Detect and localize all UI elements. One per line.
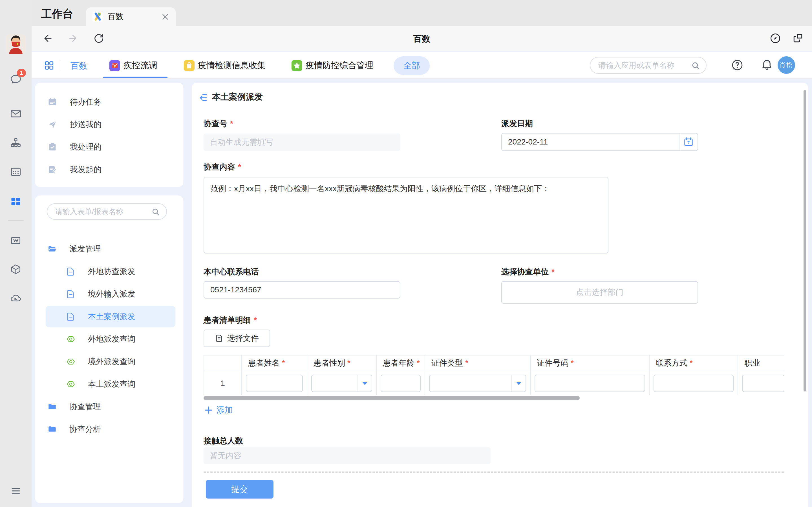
tree-item-local-case-dispatch[interactable]: 本土案例派发 bbox=[35, 305, 183, 328]
search-icon bbox=[691, 61, 700, 70]
cube-app-icon[interactable] bbox=[10, 263, 22, 276]
active-tab-underline bbox=[103, 76, 167, 78]
task-item-label: 抄送我的 bbox=[70, 119, 101, 130]
user-badge[interactable]: 肖松 bbox=[777, 56, 795, 74]
submit-button[interactable]: 提交 bbox=[206, 480, 273, 499]
notifications-bell-icon[interactable] bbox=[760, 58, 774, 71]
id-number-input[interactable] bbox=[535, 375, 645, 392]
task-item-processed[interactable]: 我处理的 bbox=[35, 136, 183, 158]
col-id-number: 证件号码 bbox=[537, 358, 574, 367]
browser-toolbar: 百数 bbox=[32, 26, 812, 51]
task-item-initiated[interactable]: 我发起的 bbox=[35, 158, 183, 181]
task-item-todo[interactable]: 待办任务 bbox=[35, 91, 183, 113]
patient-age-input[interactable] bbox=[380, 375, 421, 392]
patient-list-label: 患者清单明细 bbox=[204, 315, 257, 326]
form-content-panel: 本土案例派发 协查号 派发日期 7 协查内容 范例：x月xx日，我中心检测一名x… bbox=[192, 83, 808, 507]
tree-item-overseas-input-dispatch[interactable]: 境外输入派发 bbox=[35, 283, 183, 305]
app-search-box[interactable] bbox=[590, 57, 707, 74]
dispatch-date-label: 派发日期 bbox=[501, 118, 533, 129]
apps-grid-icon[interactable] bbox=[43, 60, 55, 71]
file-doc-icon bbox=[215, 334, 223, 342]
patient-table-header-row: 患者姓名 患者性别 患者年龄 证件类型 证件号码 联系方式 职业 bbox=[204, 355, 784, 371]
document-icon bbox=[66, 289, 75, 299]
org-chart-icon[interactable] bbox=[10, 137, 22, 149]
nav-app-label: 疫情检测信息收集 bbox=[198, 60, 266, 71]
dispatch-date-field[interactable]: 7 bbox=[501, 133, 698, 151]
scrollbar-thumb[interactable] bbox=[204, 396, 580, 400]
nav-app-yiqing-jiance[interactable]: 疫情检测信息收集 bbox=[184, 60, 266, 71]
user-avatar[interactable] bbox=[6, 34, 26, 54]
add-row-button[interactable]: 添加 bbox=[205, 404, 233, 416]
app-window: 1 工作台 bbox=[0, 0, 812, 507]
task-item-cc-me[interactable]: 抄送我的 bbox=[35, 113, 183, 136]
choose-file-button[interactable]: 选择文件 bbox=[204, 330, 270, 347]
w-doc-app-icon[interactable] bbox=[10, 234, 22, 247]
tree-folder-inquiry-analysis[interactable]: 协查分析 bbox=[35, 418, 183, 441]
nav-app-yiqing-fangkong[interactable]: 疫情防控综合管理 bbox=[292, 60, 373, 71]
occupation-input[interactable] bbox=[742, 375, 784, 392]
inquiry-content-textarea[interactable]: 范例：x月xx日，我中心检测一名xxx新冠病毒核酸结果为阳性，该病例位于你区，详… bbox=[204, 177, 608, 253]
nav-home-baishu[interactable]: 百数 bbox=[70, 60, 87, 72]
document-icon bbox=[66, 267, 75, 276]
task-item-label: 我处理的 bbox=[70, 142, 101, 152]
contact-total-input[interactable] bbox=[204, 447, 491, 464]
id-type-select[interactable] bbox=[429, 375, 526, 392]
calendar-icon[interactable]: 7 bbox=[683, 136, 694, 148]
compass-icon[interactable] bbox=[769, 32, 781, 45]
svg-text:¥: ¥ bbox=[114, 64, 116, 68]
tree-item-outland-inquiry-dispatch[interactable]: 外地协查派发 bbox=[35, 260, 183, 283]
rail-divider bbox=[8, 220, 24, 221]
nav-all-apps[interactable]: 全部 bbox=[394, 56, 430, 75]
tree-folder-dispatch-management[interactable]: 派发管理 bbox=[35, 238, 183, 260]
form-tree: 派发管理 外地协查派发 境外输入派发 bbox=[35, 238, 183, 441]
nav-divider bbox=[60, 60, 60, 70]
baishu-favicon bbox=[93, 11, 103, 22]
patient-name-input[interactable] bbox=[246, 375, 303, 392]
svg-text:7: 7 bbox=[688, 140, 690, 145]
open-window-icon[interactable] bbox=[792, 32, 804, 45]
tree-item-outland-dispatch-query[interactable]: 外地派发查询 bbox=[35, 328, 183, 350]
select-zone[interactable] bbox=[357, 375, 371, 392]
page-title: 百数 bbox=[32, 33, 812, 45]
table-horizontal-scrollbar[interactable] bbox=[204, 396, 784, 400]
todo-calendar-icon bbox=[47, 97, 57, 107]
browser-tab[interactable]: 百数 bbox=[86, 7, 176, 26]
inquiry-no-input[interactable] bbox=[204, 133, 400, 151]
avatar-image bbox=[6, 34, 26, 54]
workbench-apps-icon[interactable] bbox=[10, 195, 22, 208]
select-zone[interactable] bbox=[511, 375, 525, 392]
tree-folder-inquiry-management[interactable]: 协查管理 bbox=[35, 395, 183, 418]
contact-input[interactable] bbox=[654, 375, 733, 392]
cloud-call-icon[interactable] bbox=[10, 292, 22, 305]
mail-icon[interactable] bbox=[10, 108, 22, 120]
form-title: 本土案例派发 bbox=[212, 91, 263, 103]
app-search-input[interactable] bbox=[598, 57, 688, 73]
nav-app-jikong-liudiao[interactable]: ¥ 疾控流调 bbox=[109, 60, 157, 71]
help-icon[interactable] bbox=[731, 59, 744, 71]
form-search-box[interactable] bbox=[47, 203, 167, 220]
inquiry-unit-picker[interactable]: 点击选择部门 bbox=[501, 281, 698, 304]
col-contact: 联系方式 bbox=[656, 358, 693, 367]
center-phone-label: 本中心联系电话 bbox=[204, 267, 259, 277]
vertical-scrollbar[interactable] bbox=[804, 90, 806, 392]
tab-close-icon[interactable] bbox=[161, 13, 169, 20]
collapse-panel-icon[interactable] bbox=[199, 93, 208, 103]
form-search-input[interactable] bbox=[55, 204, 146, 219]
calendar-board-icon[interactable] bbox=[10, 166, 22, 178]
edit-note-icon bbox=[47, 165, 57, 175]
row-number-cell: 1 bbox=[204, 371, 242, 395]
menu-hamburger-icon[interactable] bbox=[10, 485, 22, 497]
tree-item-overseas-dispatch-query[interactable]: 境外派发查询 bbox=[35, 350, 183, 373]
folder-open-icon bbox=[47, 244, 57, 254]
chat-unread-badge: 1 bbox=[17, 69, 26, 77]
send-plane-icon bbox=[47, 119, 57, 129]
center-phone-input[interactable] bbox=[204, 281, 400, 298]
date-field-divider bbox=[679, 133, 679, 151]
search-icon bbox=[151, 207, 160, 216]
tree-item-local-dispatch-query[interactable]: 本土派发查询 bbox=[35, 373, 183, 395]
dispatch-date-input[interactable] bbox=[502, 133, 678, 151]
app-nav-bar: 百数 ¥ 疾控流调 疫情检测信息收集 疫情防控综合管理 全部 bbox=[32, 52, 812, 79]
nav-app-label: 疾控流调 bbox=[123, 60, 157, 71]
patient-gender-select[interactable] bbox=[311, 375, 372, 392]
task-menu-card: 待办任务 抄送我的 我处理的 bbox=[35, 83, 183, 187]
